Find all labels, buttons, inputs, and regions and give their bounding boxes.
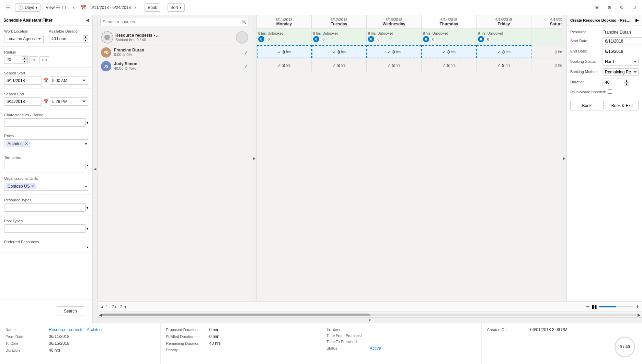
radius-down[interactable]: ▼ bbox=[22, 60, 27, 63]
francine-cell-2[interactable]: ✓8hrs bbox=[367, 45, 422, 58]
judy-cell-0[interactable]: ✓8hrs bbox=[257, 59, 312, 72]
judy-cell-3[interactable]: ✓8hrs bbox=[422, 59, 477, 72]
bottom-name-value[interactable]: Resource requests - Architect bbox=[49, 327, 103, 332]
radius-input[interactable] bbox=[4, 56, 22, 63]
filter-collapse-icon[interactable]: ◀ bbox=[86, 18, 89, 23]
expand-icon[interactable]: ❐ bbox=[629, 2, 639, 13]
list-item[interactable]: JS Judy Simon 40:00 ⊙ 45% ✓ bbox=[98, 59, 252, 73]
org-units-contoso-tag[interactable]: Contoso US ✕ bbox=[5, 183, 36, 189]
search-icon[interactable]: 🔍 bbox=[239, 18, 249, 26]
settings-icon[interactable]: ⚙ bbox=[604, 2, 615, 13]
start-date-input[interactable] bbox=[603, 37, 642, 45]
next-period-button[interactable]: › bbox=[133, 3, 137, 12]
hscroll-right-arrow[interactable]: ▶ bbox=[638, 313, 641, 317]
judy-cell-1[interactable]: ✓8hrs bbox=[312, 59, 367, 72]
double-book-checkbox[interactable] bbox=[608, 89, 612, 94]
end-date-label: End Date: bbox=[570, 48, 601, 53]
search-end-date-input[interactable] bbox=[4, 97, 42, 106]
end-date-input[interactable] bbox=[603, 48, 642, 55]
roles-dropdown-icon[interactable]: ▾ bbox=[85, 142, 87, 146]
resource-types-section: Resource Types ▾ bbox=[0, 195, 92, 215]
prev-period-button[interactable]: ‹ bbox=[71, 3, 76, 12]
horizontal-scrollbar[interactable]: ◀ ▶ bbox=[98, 312, 642, 317]
org-units-tag-remove[interactable]: ✕ bbox=[31, 184, 34, 189]
resource-requests-row[interactable]: Resource requests - ... Booked hrs: 0 / … bbox=[98, 29, 252, 46]
francine-cell-5[interactable]: 0hrs bbox=[531, 45, 562, 58]
francine-cell-0[interactable]: ✓8hrs bbox=[257, 45, 312, 58]
list-item[interactable]: FD Francine Duran 0:00 ⊙ 0% ✓ bbox=[98, 46, 252, 59]
eye-icon[interactable]: 👁 bbox=[592, 2, 602, 13]
zoom-in-btn[interactable]: + bbox=[635, 303, 639, 310]
duration-up-arrow[interactable]: ▲ bbox=[83, 35, 88, 39]
days-button[interactable]: 🕐 Days ▾ bbox=[15, 3, 41, 12]
collapse-down-icon[interactable]: ▼ bbox=[368, 318, 371, 322]
roles-architect-tag[interactable]: Architect ✕ bbox=[5, 141, 30, 147]
grid-icon[interactable]: ☷ bbox=[3, 2, 13, 13]
double-book-field: Double-book if needed: bbox=[570, 89, 639, 94]
grid-view-icon: ☐ bbox=[62, 5, 66, 10]
book-exit-button[interactable]: Book & Exit bbox=[606, 101, 639, 110]
characteristics-dropdown-icon[interactable]: ▾ bbox=[87, 121, 88, 125]
calendar-end-icon[interactable]: 📅 bbox=[43, 99, 48, 104]
view-button[interactable]: View ☷ ☐ bbox=[43, 3, 69, 12]
resource-value: Francine Duran bbox=[603, 28, 639, 35]
hscroll-thumb[interactable] bbox=[102, 314, 370, 316]
bottom-collapse-bar[interactable]: ▼ bbox=[98, 317, 642, 323]
preferred-resources-collapse[interactable]: ▾ bbox=[87, 245, 88, 249]
roles-tag-remove[interactable]: ✕ bbox=[25, 141, 28, 146]
territories-dropdown-icon[interactable]: ▾ bbox=[87, 163, 88, 167]
filter-collapse-handle[interactable]: ◀ bbox=[93, 15, 98, 323]
judy-cell-5[interactable]: 0hrs bbox=[531, 59, 562, 72]
booking-panel-expand-icon[interactable]: ▶ bbox=[635, 18, 639, 23]
calendar-icon[interactable]: 📅 bbox=[78, 2, 88, 13]
search-start-date-input[interactable] bbox=[4, 77, 42, 85]
territories-section: Territories ▾ bbox=[0, 152, 92, 173]
radius-km-btn[interactable]: km bbox=[39, 56, 49, 63]
book-button[interactable]: Book bbox=[145, 3, 160, 12]
search-start-time-select[interactable]: 9:00 AM bbox=[50, 77, 88, 85]
resource-check-icon: ✓ bbox=[244, 63, 248, 69]
radius-up[interactable]: ▲ bbox=[22, 56, 27, 60]
duration-up-btn[interactable]: ▲ bbox=[624, 79, 629, 82]
pause-icon[interactable]: ▮▮ bbox=[592, 304, 597, 309]
hscroll-track[interactable] bbox=[102, 314, 638, 316]
calendar-start-icon[interactable]: 📅 bbox=[43, 78, 48, 83]
duration-input[interactable] bbox=[603, 79, 623, 86]
refresh-icon[interactable]: ↻ bbox=[617, 2, 627, 13]
resource-types-dropdown-icon[interactable]: ▾ bbox=[87, 206, 88, 210]
francine-cell-3[interactable]: ✓8hrs bbox=[422, 45, 477, 58]
chevron-down-icon2: ▾ bbox=[180, 5, 182, 10]
loading-indicator bbox=[236, 31, 248, 44]
status-value[interactable]: Active bbox=[370, 346, 381, 351]
radius-mi-btn[interactable]: mi bbox=[29, 56, 38, 63]
hscroll-left-arrow[interactable]: ◀ bbox=[99, 313, 102, 317]
booking-panel-collapse-handle[interactable]: ▶ bbox=[562, 15, 566, 301]
territories-input[interactable] bbox=[4, 161, 86, 169]
work-location-select[interactable]: Location Agnostic bbox=[4, 35, 44, 43]
francine-cell-1[interactable]: ✓8hrs bbox=[312, 45, 367, 58]
characteristics-input[interactable] bbox=[4, 118, 86, 127]
booking-status-select[interactable]: Hard Soft bbox=[603, 58, 639, 66]
sort-button[interactable]: Sort ▾ bbox=[168, 3, 185, 12]
duration-down-btn[interactable]: ▼ bbox=[624, 82, 629, 86]
page-up-arrow[interactable]: ▲ bbox=[100, 304, 104, 309]
judy-cell-4[interactable]: ✓8hrs bbox=[477, 59, 531, 72]
francine-cell-4[interactable]: ✓8hrs bbox=[477, 45, 531, 58]
search-button[interactable]: Search bbox=[57, 306, 84, 316]
org-units-dropdown-icon[interactable]: ▾ bbox=[85, 185, 87, 188]
duration-down-arrow[interactable]: ▼ bbox=[83, 39, 88, 43]
available-duration-input[interactable] bbox=[49, 35, 82, 43]
col-4: 6/15/2018 Friday bbox=[477, 15, 531, 28]
pagination-row: ▲ 1 - 2 of 2 ▼ − ▮▮ + bbox=[98, 301, 642, 312]
search-input[interactable] bbox=[101, 18, 239, 26]
resource-types-input[interactable] bbox=[4, 203, 86, 212]
book-button[interactable]: Book bbox=[570, 101, 604, 110]
booking-method-select[interactable]: Remaining Requirement Full Requirement bbox=[603, 68, 639, 76]
judy-cell-2[interactable]: ✓8hrs bbox=[367, 59, 422, 72]
pool-types-input[interactable] bbox=[4, 224, 86, 233]
zoom-out-btn[interactable]: − bbox=[586, 303, 590, 310]
schedule-expand-handle[interactable]: ▶ bbox=[252, 15, 257, 301]
pool-types-dropdown-icon[interactable]: ▾ bbox=[87, 227, 88, 231]
page-down-arrow[interactable]: ▼ bbox=[123, 304, 127, 309]
search-end-time-select[interactable]: 5:29 PM bbox=[50, 97, 88, 106]
